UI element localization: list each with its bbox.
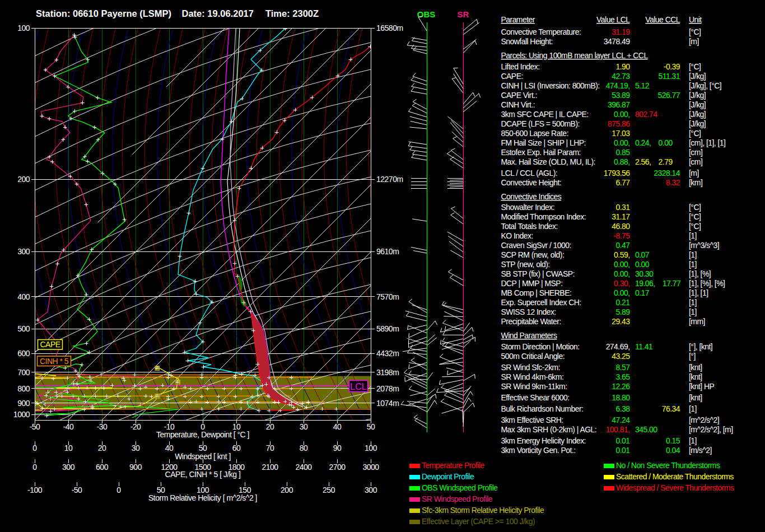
svg-text:900: 900: [129, 463, 142, 472]
svg-text:43.25: 43.25: [612, 352, 630, 361]
svg-text:2328.14: 2328.14: [654, 169, 680, 178]
svg-text:SR Wind 4km-6km:: SR Wind 4km-6km:: [501, 372, 564, 381]
svg-text:[m]: [m]: [689, 169, 699, 178]
svg-text:Storm Relative Helicity [ m^2: Storm Relative Helicity [ m^2/s^2 ]: [148, 493, 257, 502]
svg-text:3km Effective SRH:: 3km Effective SRH:: [501, 416, 563, 424]
svg-text:[m^3/s^3]: [m^3/s^3]: [689, 241, 719, 250]
svg-text:[km]: [km]: [689, 178, 702, 187]
svg-text:Sfc-3km Storm Relative Helicit: Sfc-3km Storm Relative Helicity Profile: [422, 506, 544, 515]
svg-text:CINH * 5: CINH * 5: [40, 357, 69, 366]
svg-text:12.26: 12.26: [612, 382, 630, 391]
svg-text:-20: -20: [130, 422, 141, 431]
svg-text:345.00: 345.00: [635, 425, 657, 434]
svg-text:[J/kg]: [J/kg]: [689, 100, 706, 109]
svg-text:[°C]: [°C]: [689, 62, 701, 71]
svg-text:0: 0: [32, 463, 37, 472]
svg-text:[°C]: [°C]: [689, 129, 701, 138]
svg-text:[1]: [1]: [689, 436, 697, 445]
svg-text:2100: 2100: [262, 463, 278, 472]
svg-text:40: 40: [333, 422, 342, 431]
svg-text:90: 90: [333, 444, 342, 452]
svg-text:SCP RM (new, old):: SCP RM (new, old):: [501, 250, 565, 259]
svg-text:0.00: 0.00: [635, 260, 650, 269]
svg-text:[°], [knt]: [°], [knt]: [689, 342, 712, 351]
svg-text:[cm]: [cm]: [689, 148, 702, 157]
svg-text:1074m: 1074m: [376, 399, 399, 408]
svg-text:300: 300: [17, 247, 30, 256]
svg-text:40: 40: [165, 444, 174, 452]
svg-text:[knt]: [knt]: [689, 393, 702, 402]
svg-text:0.85: 0.85: [615, 148, 630, 157]
svg-text:[knt]: [knt]: [689, 363, 702, 372]
svg-text:Scattered / Moderate Thunderst: Scattered / Moderate Thunderstorms: [616, 472, 734, 481]
svg-text:46.80: 46.80: [612, 222, 630, 231]
svg-text:[m^2/s^2]: [m^2/s^2]: [689, 416, 719, 424]
svg-text:Convective Temperature:: Convective Temperature:: [501, 27, 581, 36]
svg-text:30: 30: [132, 444, 140, 452]
svg-text:CINH Virt.:: CINH Virt.:: [501, 100, 535, 109]
svg-text:31.19: 31.19: [612, 27, 630, 36]
svg-text:[J/kg]: [J/kg]: [689, 91, 706, 100]
svg-text:[1], [%], [%]: [1], [%], [%]: [689, 279, 725, 288]
svg-text:200: 200: [17, 175, 30, 184]
svg-text:Storm Direction | Motion:: Storm Direction | Motion:: [501, 342, 580, 351]
svg-text:0.30,: 0.30,: [614, 279, 629, 288]
svg-text:0.00,: 0.00,: [614, 138, 629, 147]
svg-text:[m^2/s^2], [m]: [m^2/s^2], [m]: [689, 425, 733, 434]
svg-text:SR Windspeed Profile: SR Windspeed Profile: [422, 494, 493, 503]
svg-text:8.57: 8.57: [615, 363, 630, 372]
svg-text:Bulk Richardson Number:: Bulk Richardson Number:: [501, 404, 584, 413]
svg-text:900: 900: [17, 399, 30, 408]
svg-text:70: 70: [266, 444, 274, 452]
svg-text:400: 400: [17, 292, 30, 301]
svg-text:[1]: [1]: [689, 250, 697, 259]
svg-text:Exp. Supercell Index CH:: Exp. Supercell Index CH:: [501, 298, 581, 307]
svg-text:11.41: 11.41: [635, 342, 653, 351]
svg-text:3: 3: [156, 366, 159, 371]
svg-text:30.30: 30.30: [635, 269, 654, 278]
svg-text:47.24: 47.24: [612, 416, 630, 424]
svg-text:[°]: [°]: [689, 352, 696, 361]
svg-text:Precipitable Water:: Precipitable Water:: [501, 317, 561, 326]
svg-text:300: 300: [365, 486, 377, 494]
svg-text:2078m: 2078m: [376, 384, 399, 393]
svg-text:17.03: 17.03: [612, 129, 630, 138]
svg-text:0.59,: 0.59,: [614, 250, 629, 259]
svg-text:1793.56: 1793.56: [604, 169, 631, 178]
svg-text:Wind Parameters: Wind Parameters: [501, 331, 557, 340]
svg-text:100.81,: 100.81,: [606, 425, 630, 434]
svg-text:CAPE, CINH * 5 [ J/kg ]: CAPE, CINH * 5 [ J/kg ]: [165, 470, 241, 479]
svg-text:-8.75: -8.75: [613, 231, 630, 240]
svg-text:Parcels: Using 100mB mean laye: Parcels: Using 100mB mean layer LCL + CC…: [501, 51, 649, 60]
svg-text:-0.39: -0.39: [664, 62, 680, 71]
svg-text:0.88,: 0.88,: [614, 157, 629, 166]
svg-text:0.31: 0.31: [615, 203, 630, 212]
svg-text:0.15: 0.15: [666, 436, 680, 445]
svg-text:0.00,: 0.00,: [614, 260, 629, 269]
svg-text:100: 100: [17, 24, 30, 32]
svg-text:0.00,: 0.00,: [614, 269, 629, 278]
svg-text:[°C]: [°C]: [689, 222, 701, 231]
svg-text:[1], [1]: [1], [1]: [689, 288, 708, 297]
svg-text:Max. Hail Size (OLD, MU, IL):: Max. Hail Size (OLD, MU, IL):: [501, 157, 595, 166]
svg-text:LCL: LCL: [350, 382, 366, 391]
svg-text:42.73: 42.73: [612, 72, 630, 81]
svg-text:5.89: 5.89: [615, 307, 630, 316]
svg-text:17.77: 17.77: [663, 279, 681, 288]
svg-text:60: 60: [232, 444, 241, 452]
svg-text:6.38: 6.38: [615, 404, 630, 413]
svg-text:7570m: 7570m: [376, 292, 399, 301]
svg-text:-40: -40: [63, 422, 74, 431]
svg-text:3km SFC CAPE | IL CAPE:: 3km SFC CAPE | IL CAPE:: [501, 110, 589, 119]
svg-text:Widespread / Severe Thundersto: Widespread / Severe Thunderstorms: [616, 483, 734, 492]
svg-text:76.34: 76.34: [662, 404, 680, 413]
svg-text:50: 50: [199, 444, 207, 452]
svg-text:300: 300: [62, 463, 75, 472]
svg-text:80: 80: [300, 444, 308, 452]
svg-text:500: 500: [17, 324, 30, 333]
svg-text:2700: 2700: [329, 463, 346, 472]
svg-text:3000: 3000: [362, 463, 379, 472]
svg-text:FM Hail Size | SHIP | LHP:: FM Hail Size | SHIP | LHP:: [501, 138, 586, 147]
svg-text:[m]: [m]: [689, 37, 699, 46]
svg-text:4432m: 4432m: [376, 349, 399, 358]
